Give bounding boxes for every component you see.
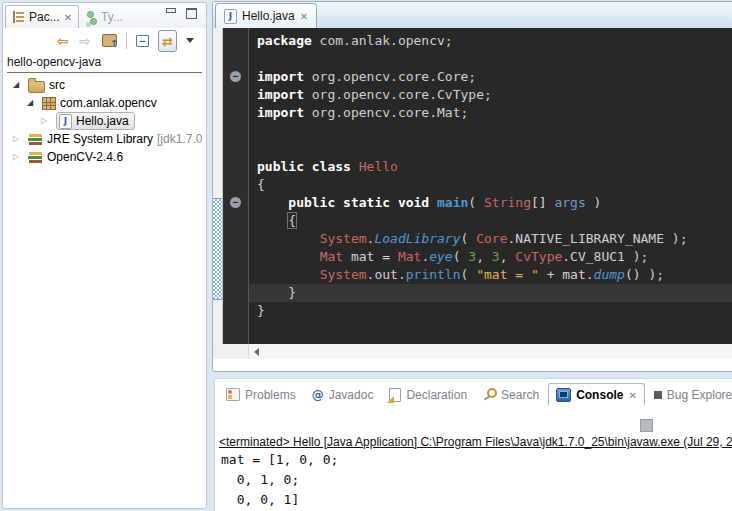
code-token: } [257,285,296,300]
code-token: package [257,33,312,48]
code-token [257,249,320,264]
console-tab-label: Search [501,388,539,402]
vertical-ruler[interactable] [213,28,223,344]
code-token [257,267,320,282]
forward-button[interactable] [77,31,93,51]
back-button[interactable] [55,31,71,51]
code-line[interactable]: System.out.println( "mat = " + mat.dump(… [249,266,732,284]
code-line[interactable] [249,122,732,140]
up-package-icon [102,34,117,47]
tree-item-label: JRE System Library [47,132,153,146]
tree-root-project[interactable]: hello-opencv-java [7,53,202,73]
tab-hello-java[interactable]: Hello.java [215,3,317,28]
tree-item-jre-system-library[interactable]: JRE System Library[jdk1.7.0 [3,130,206,148]
tree-item-label: com.anlak.opencv [60,96,157,110]
code-token: String [484,195,531,210]
code-line[interactable]: package com.anlak.opencv; [249,32,732,50]
expand-arrow-icon[interactable] [13,148,24,166]
console-tab-bug-explorer[interactable]: Bug Explorer [647,384,732,405]
tree-item-opencv-2-4-6[interactable]: OpenCV-2.4.6 [3,148,206,166]
code-line[interactable]: import org.opencv.core.Mat; [249,104,732,122]
view-tab-pac[interactable]: Pac... [5,5,79,28]
code-token: mat = [343,249,398,264]
code-token: com.anlak.opencv; [312,33,453,48]
selected-tree-item: Hello.java [56,112,135,130]
up-button[interactable] [100,33,119,48]
code-token: System [320,231,367,246]
code-area[interactable]: package com.anlak.opencv;import org.open… [249,28,732,344]
code-token: , [476,249,492,264]
tree-item-com-anlak-opencv[interactable]: com.anlak.opencv [3,94,206,112]
code-token: main [437,195,468,210]
tree-item-decoration: [jdk1.7.0 [157,132,202,146]
editor-footer [213,359,732,370]
code-token: ( [468,195,484,210]
console-tabs: ProblemsJavadocDeclarationSearchConsoleB… [215,379,732,405]
fold-minus-icon[interactable] [230,71,241,82]
declaration-icon [389,388,401,402]
code-line[interactable]: System.LoadLibrary( Core.NATIVE_LIBRARY_… [249,230,732,248]
code-token: LoadLibrary [374,231,460,246]
code-token [257,231,320,246]
square-icon [654,391,662,399]
code-line[interactable]: import org.opencv.core.CvType; [249,86,732,104]
code-token: "mat = " [476,267,539,282]
fold-minus-icon[interactable] [230,197,241,208]
scroll-left-icon[interactable] [254,348,259,356]
library-icon [28,151,43,164]
code-token: import [257,69,304,84]
maximize-icon[interactable] [186,8,197,19]
code-line[interactable]: } [249,284,732,302]
terminate-icon[interactable] [640,419,653,432]
tree-item-src[interactable]: src [3,76,206,94]
code-token: public static void [288,195,437,210]
forward-icon [79,32,91,50]
link-with-editor-button[interactable] [158,30,177,52]
console-tab-label: Bug Explorer [667,388,732,402]
code-token: .CV_8UC1 ); [562,249,648,264]
console-tab-console[interactable]: Console [548,383,645,405]
code-line[interactable]: } [249,302,732,320]
code-token: ( [461,267,477,282]
expand-arrow-icon[interactable] [41,112,52,130]
code-token: dump [594,267,625,282]
code-token: { [257,177,265,192]
code-token: System [320,267,367,282]
console-tab-problems[interactable]: Problems [219,384,303,405]
close-icon[interactable] [64,10,72,24]
code-line[interactable]: public class Hello [249,158,732,176]
method-range-indicator [213,198,222,300]
console-title: <terminated> Hello [Java Application] C:… [219,435,732,449]
hscroll-spacer [213,344,248,359]
code-line[interactable] [249,50,732,68]
console-tab-label: Declaration [406,388,467,402]
collapse-arrow-icon[interactable] [13,76,24,94]
code-token: 3 [468,249,476,264]
tree-item-hello-java[interactable]: Hello.java [3,112,206,130]
code-line[interactable]: Mat mat = Mat.eye( 3, 3, CvType.CV_8UC1 … [249,248,732,266]
console-tab-search[interactable]: Search [476,384,546,405]
panel-window-buttons [166,8,206,19]
minimize-icon[interactable] [166,8,176,17]
code-line[interactable] [249,140,732,158]
close-icon[interactable] [628,388,636,402]
code-token: ) [586,195,602,210]
close-icon[interactable] [300,9,308,23]
view-menu-button[interactable] [184,37,196,44]
console-output[interactable]: mat = [1, 0, 0; 0, 1, 0; 0, 0, 1] [221,450,338,510]
code-line[interactable]: public static void main( String[] args ) [249,194,732,212]
collapse-all-button[interactable] [134,34,151,48]
code-line[interactable]: { [249,212,732,230]
horizontal-scrollbar[interactable] [248,344,732,359]
console-tab-javadoc[interactable]: Javadoc [305,384,381,405]
code-line[interactable]: { [249,176,732,194]
console-tab-declaration[interactable]: Declaration [382,384,474,405]
collapse-arrow-icon[interactable] [27,94,38,112]
code-line[interactable]: import org.opencv.core.Core; [249,68,732,86]
code-token: org.opencv.core.Core; [304,69,476,84]
type-hierarchy-icon [85,11,97,24]
expand-arrow-icon[interactable] [13,130,24,148]
view-tab-ty[interactable]: Ty... [79,6,129,28]
code-token: CvType [515,249,562,264]
fold-gutter[interactable] [223,28,249,344]
